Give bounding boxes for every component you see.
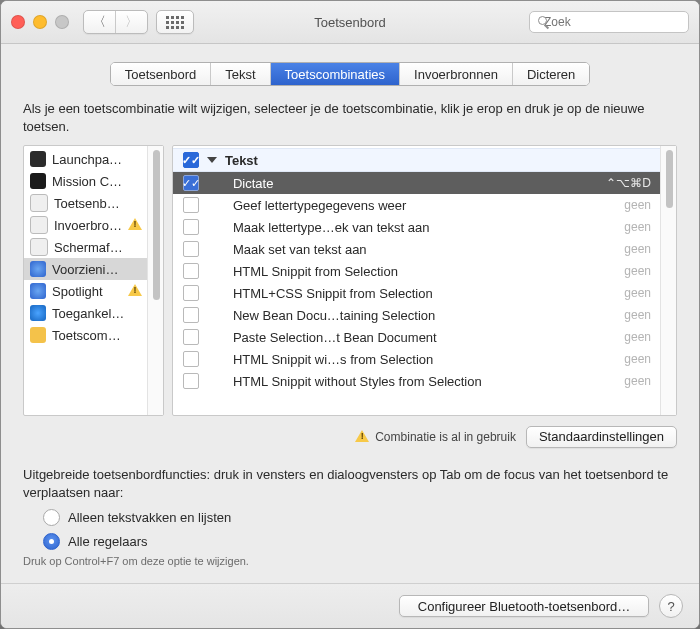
forward-button: 〉 bbox=[115, 11, 147, 33]
sidebar-item-1[interactable]: Mission C… bbox=[24, 170, 148, 192]
shortcut-checkbox[interactable] bbox=[183, 329, 199, 345]
configure-bluetooth-keyboard-button[interactable]: Configureer Bluetooth-toetsenbord… bbox=[399, 595, 649, 617]
footer-bar: Configureer Bluetooth-toetsenbord… ? bbox=[1, 583, 699, 628]
radio-text-boxes-lists[interactable]: Alleen tekstvakken en lijsten bbox=[43, 509, 677, 527]
minimize-icon[interactable] bbox=[33, 15, 47, 29]
grid-icon bbox=[166, 16, 184, 29]
shortcut-row[interactable]: HTML+CSS Snippit from Selectiongeen bbox=[173, 282, 661, 304]
shortcut-keys: geen bbox=[614, 198, 651, 212]
shortcut-label: HTML+CSS Snippit from Selection bbox=[209, 286, 604, 301]
group-checkbox[interactable]: ✓ bbox=[183, 152, 199, 168]
restore-defaults-button[interactable]: Standaardinstellingen bbox=[526, 426, 677, 448]
warning-icon bbox=[355, 430, 369, 444]
sidebar-item-label: Toetsenb… bbox=[54, 196, 142, 211]
shortcut-row[interactable]: ✓Dictate⌃⌥⌘D bbox=[173, 172, 661, 194]
sidebar-item-label: Spotlight bbox=[52, 284, 122, 299]
shortcut-row[interactable]: Paste Selection…t Bean Documentgeen bbox=[173, 326, 661, 348]
input-icon bbox=[30, 216, 48, 234]
shortcut-label: Maak lettertype…ek van tekst aan bbox=[209, 220, 604, 235]
shortcut-row[interactable]: Geef lettertypegegevens weergeen bbox=[173, 194, 661, 216]
tab-1[interactable]: Tekst bbox=[210, 63, 269, 85]
disclosure-triangle-icon[interactable] bbox=[207, 157, 217, 163]
shortcut-keys: geen bbox=[614, 242, 651, 256]
preferences-window: 〈 〉 Toetsenbord ToetsenbordTekstToetscom… bbox=[0, 0, 700, 629]
shortcut-list-panel: ✓Tekst✓Dictate⌃⌥⌘DGeef lettertypegegeven… bbox=[172, 145, 677, 416]
sidebar-item-label: Toetscom… bbox=[52, 328, 142, 343]
sidebar-scrollbar-track[interactable] bbox=[147, 146, 163, 415]
shortcut-keys: geen bbox=[614, 330, 651, 344]
warning-icon bbox=[128, 284, 142, 298]
services-icon bbox=[30, 261, 46, 277]
main-scrollbar-track[interactable] bbox=[660, 146, 676, 415]
sidebar-item-label: Mission C… bbox=[52, 174, 142, 189]
sidebar-item-label: Voorzieni… bbox=[52, 262, 142, 277]
tab-3[interactable]: Invoerbronnen bbox=[399, 63, 512, 85]
combination-in-use-label: Combinatie is al in gebruik bbox=[375, 430, 516, 444]
shortcut-checkbox[interactable] bbox=[183, 285, 199, 301]
shortcut-row[interactable]: Maak lettertype…ek van tekst aangeen bbox=[173, 216, 661, 238]
shortcut-row[interactable]: HTML Snippit without Styles from Selecti… bbox=[173, 370, 661, 392]
shortcut-label: Dictate bbox=[209, 176, 586, 191]
nav-back-forward: 〈 〉 bbox=[83, 10, 148, 34]
appshortcuts-icon bbox=[30, 327, 46, 343]
tab-0[interactable]: Toetsenbord bbox=[111, 63, 211, 85]
radio-all-controls[interactable]: Alle regelaars bbox=[43, 533, 677, 551]
full-keyboard-access-note: Druk op Control+F7 om deze optie te wijz… bbox=[23, 554, 677, 569]
shortcut-row[interactable]: HTML Snippit from Selectiongeen bbox=[173, 260, 661, 282]
traffic-lights bbox=[11, 15, 69, 29]
group-header-label: Tekst bbox=[225, 153, 651, 168]
main-scrollbar-thumb[interactable] bbox=[666, 150, 673, 208]
shortcut-label: New Bean Docu…taining Selection bbox=[209, 308, 604, 323]
radio-text-boxes-lists-label: Alleen tekstvakken en lijsten bbox=[68, 509, 231, 527]
tab-4[interactable]: Dicteren bbox=[512, 63, 589, 85]
sidebar-item-5[interactable]: Voorzieni… bbox=[24, 258, 148, 280]
shortcut-checkbox[interactable] bbox=[183, 219, 199, 235]
below-split-row: Combinatie is al in gebruik Standaardins… bbox=[23, 426, 677, 448]
shortcut-checkbox[interactable] bbox=[183, 241, 199, 257]
tab-2[interactable]: Toetscombinaties bbox=[270, 63, 399, 85]
launchpad-icon bbox=[30, 151, 46, 167]
shortcut-keys: geen bbox=[614, 308, 651, 322]
shortcut-row[interactable]: New Bean Docu…taining Selectiongeen bbox=[173, 304, 661, 326]
help-button[interactable]: ? bbox=[659, 594, 683, 618]
mission-icon bbox=[30, 173, 46, 189]
sidebar-item-3[interactable]: Invoerbro… bbox=[24, 214, 148, 236]
content-area: ToetsenbordTekstToetscombinatiesInvoerbr… bbox=[1, 44, 699, 583]
sidebar-item-2[interactable]: Toetsenb… bbox=[24, 192, 148, 214]
combination-in-use-warning: Combinatie is al in gebruik bbox=[355, 430, 516, 444]
shortcut-checkbox[interactable]: ✓ bbox=[183, 175, 199, 191]
shortcut-label: HTML Snippit without Styles from Selecti… bbox=[209, 374, 604, 389]
shortcut-label: Geef lettertypegegevens weer bbox=[209, 198, 604, 213]
category-sidebar: Launchpa…Mission C…Toetsenb…Invoerbro…Sc… bbox=[23, 145, 164, 416]
split-view: Launchpa…Mission C…Toetsenb…Invoerbro…Sc… bbox=[23, 145, 677, 416]
group-header-tekst[interactable]: ✓Tekst bbox=[173, 148, 661, 172]
shortcut-label: HTML Snippit wi…s from Selection bbox=[209, 352, 604, 367]
search-field[interactable] bbox=[529, 11, 689, 33]
sidebar-item-4[interactable]: Schermaf… bbox=[24, 236, 148, 258]
sidebar-scrollbar-thumb[interactable] bbox=[153, 150, 160, 300]
shortcut-row[interactable]: Maak set van tekst aangeen bbox=[173, 238, 661, 260]
sidebar-item-label: Launchpa… bbox=[52, 152, 142, 167]
shortcut-checkbox[interactable] bbox=[183, 373, 199, 389]
sidebar-item-7[interactable]: Toegankel… bbox=[24, 302, 148, 324]
sidebar-item-label: Toegankel… bbox=[52, 306, 142, 321]
sidebar-item-label: Invoerbro… bbox=[54, 218, 122, 233]
shortcut-keys: geen bbox=[614, 374, 651, 388]
shortcut-checkbox[interactable] bbox=[183, 351, 199, 367]
show-all-button[interactable] bbox=[156, 10, 194, 34]
sidebar-item-6[interactable]: Spotlight bbox=[24, 280, 148, 302]
screenshot-icon bbox=[30, 238, 48, 256]
shortcut-row[interactable]: HTML Snippit wi…s from Selectiongeen bbox=[173, 348, 661, 370]
close-icon[interactable] bbox=[11, 15, 25, 29]
back-button[interactable]: 〈 bbox=[84, 11, 115, 33]
shortcut-checkbox[interactable] bbox=[183, 263, 199, 279]
keyboard-icon bbox=[30, 194, 48, 212]
sidebar-item-label: Schermaf… bbox=[54, 240, 142, 255]
shortcut-checkbox[interactable] bbox=[183, 307, 199, 323]
shortcut-checkbox[interactable] bbox=[183, 197, 199, 213]
full-keyboard-access-section: Uitgebreide toetsenbordfuncties: druk in… bbox=[23, 466, 677, 569]
sidebar-item-8[interactable]: Toetscom… bbox=[24, 324, 148, 346]
search-input[interactable] bbox=[544, 15, 694, 29]
shortcut-keys: geen bbox=[614, 220, 651, 234]
sidebar-item-0[interactable]: Launchpa… bbox=[24, 148, 148, 170]
